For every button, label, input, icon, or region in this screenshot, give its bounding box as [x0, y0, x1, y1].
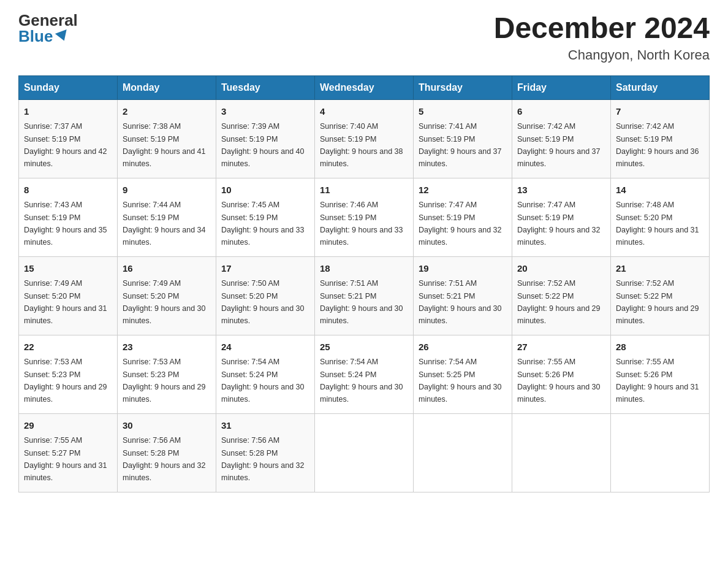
table-row: 20 Sunrise: 7:52 AMSunset: 5:22 PMDaylig…: [512, 256, 611, 335]
day-number: 13: [517, 183, 605, 197]
day-number: 21: [616, 262, 704, 276]
day-info: Sunrise: 7:38 AMSunset: 5:19 PMDaylight:…: [123, 122, 206, 168]
day-info: Sunrise: 7:52 AMSunset: 5:22 PMDaylight:…: [616, 279, 699, 325]
day-number: 17: [221, 262, 309, 276]
table-row: 13 Sunrise: 7:47 AMSunset: 5:19 PMDaylig…: [512, 178, 611, 256]
day-number: 31: [221, 419, 309, 433]
day-number: 9: [123, 183, 211, 197]
calendar-table: Sunday Monday Tuesday Wednesday Thursday…: [18, 75, 710, 492]
day-number: 24: [221, 340, 309, 354]
logo: General Blue: [18, 12, 78, 44]
day-number: 15: [24, 262, 112, 276]
table-row: 29 Sunrise: 7:55 AMSunset: 5:27 PMDaylig…: [19, 413, 118, 492]
day-number: 5: [419, 105, 507, 119]
day-info: Sunrise: 7:55 AMSunset: 5:26 PMDaylight:…: [517, 358, 601, 404]
day-info: Sunrise: 7:48 AMSunset: 5:20 PMDaylight:…: [616, 201, 699, 247]
day-info: Sunrise: 7:46 AMSunset: 5:19 PMDaylight:…: [320, 201, 403, 247]
calendar-week-row: 29 Sunrise: 7:55 AMSunset: 5:27 PMDaylig…: [19, 413, 710, 492]
day-info: Sunrise: 7:39 AMSunset: 5:19 PMDaylight:…: [221, 122, 305, 168]
day-number: 22: [24, 340, 112, 354]
day-info: Sunrise: 7:42 AMSunset: 5:19 PMDaylight:…: [517, 122, 601, 168]
day-number: 6: [517, 105, 605, 119]
header-tuesday: Tuesday: [216, 75, 315, 99]
day-number: 29: [24, 419, 112, 433]
logo-blue-text: Blue: [18, 28, 69, 44]
day-info: Sunrise: 7:40 AMSunset: 5:19 PMDaylight:…: [320, 122, 403, 168]
logo-general-text: General: [18, 12, 78, 28]
table-row: 11 Sunrise: 7:46 AMSunset: 5:19 PMDaylig…: [315, 178, 414, 256]
header-saturday: Saturday: [611, 75, 710, 99]
day-number: 28: [616, 340, 704, 354]
table-row: 2 Sunrise: 7:38 AMSunset: 5:19 PMDayligh…: [118, 99, 216, 178]
table-row: 17 Sunrise: 7:50 AMSunset: 5:20 PMDaylig…: [216, 256, 315, 335]
table-row: 7 Sunrise: 7:42 AMSunset: 5:19 PMDayligh…: [611, 99, 710, 178]
day-info: Sunrise: 7:41 AMSunset: 5:19 PMDaylight:…: [419, 122, 502, 168]
table-row: 26 Sunrise: 7:54 AMSunset: 5:25 PMDaylig…: [414, 335, 512, 413]
day-info: Sunrise: 7:52 AMSunset: 5:22 PMDaylight:…: [517, 279, 601, 325]
day-info: Sunrise: 7:47 AMSunset: 5:19 PMDaylight:…: [517, 201, 601, 247]
logo-triangle-icon: [55, 29, 70, 43]
day-number: 14: [616, 183, 704, 197]
day-info: Sunrise: 7:49 AMSunset: 5:20 PMDaylight:…: [24, 279, 107, 325]
header-monday: Monday: [118, 75, 216, 99]
table-row: [315, 413, 414, 492]
day-info: Sunrise: 7:55 AMSunset: 5:27 PMDaylight:…: [24, 436, 107, 482]
table-row: 30 Sunrise: 7:56 AMSunset: 5:28 PMDaylig…: [118, 413, 216, 492]
day-number: 11: [320, 183, 408, 197]
table-row: 24 Sunrise: 7:54 AMSunset: 5:24 PMDaylig…: [216, 335, 315, 413]
table-row: 14 Sunrise: 7:48 AMSunset: 5:20 PMDaylig…: [611, 178, 710, 256]
day-number: 23: [123, 340, 211, 354]
table-row: 23 Sunrise: 7:53 AMSunset: 5:23 PMDaylig…: [118, 335, 216, 413]
day-number: 18: [320, 262, 408, 276]
day-info: Sunrise: 7:50 AMSunset: 5:20 PMDaylight:…: [221, 279, 305, 325]
table-row: 25 Sunrise: 7:54 AMSunset: 5:24 PMDaylig…: [315, 335, 414, 413]
day-info: Sunrise: 7:53 AMSunset: 5:23 PMDaylight:…: [123, 358, 206, 404]
table-row: 9 Sunrise: 7:44 AMSunset: 5:19 PMDayligh…: [118, 178, 216, 256]
table-row: 10 Sunrise: 7:45 AMSunset: 5:19 PMDaylig…: [216, 178, 315, 256]
table-row: 6 Sunrise: 7:42 AMSunset: 5:19 PMDayligh…: [512, 99, 611, 178]
header-sunday: Sunday: [19, 75, 118, 99]
day-number: 7: [616, 105, 704, 119]
table-row: [512, 413, 611, 492]
day-info: Sunrise: 7:47 AMSunset: 5:19 PMDaylight:…: [419, 201, 502, 247]
day-number: 10: [221, 183, 309, 197]
day-info: Sunrise: 7:43 AMSunset: 5:19 PMDaylight:…: [24, 201, 107, 247]
calendar-week-row: 8 Sunrise: 7:43 AMSunset: 5:19 PMDayligh…: [19, 178, 710, 256]
location-subtitle: Changyon, North Korea: [494, 47, 710, 63]
day-number: 12: [419, 183, 507, 197]
table-row: 3 Sunrise: 7:39 AMSunset: 5:19 PMDayligh…: [216, 99, 315, 178]
table-row: 21 Sunrise: 7:52 AMSunset: 5:22 PMDaylig…: [611, 256, 710, 335]
day-info: Sunrise: 7:54 AMSunset: 5:25 PMDaylight:…: [419, 358, 502, 404]
day-info: Sunrise: 7:53 AMSunset: 5:23 PMDaylight:…: [24, 358, 107, 404]
calendar-week-row: 22 Sunrise: 7:53 AMSunset: 5:23 PMDaylig…: [19, 335, 710, 413]
header-friday: Friday: [512, 75, 611, 99]
table-row: 5 Sunrise: 7:41 AMSunset: 5:19 PMDayligh…: [414, 99, 512, 178]
weekday-header-row: Sunday Monday Tuesday Wednesday Thursday…: [19, 75, 710, 99]
title-block: December 2024 Changyon, North Korea: [494, 12, 710, 63]
day-number: 26: [419, 340, 507, 354]
table-row: 4 Sunrise: 7:40 AMSunset: 5:19 PMDayligh…: [315, 99, 414, 178]
day-number: 3: [221, 105, 309, 119]
day-info: Sunrise: 7:49 AMSunset: 5:20 PMDaylight:…: [123, 279, 206, 325]
table-row: 16 Sunrise: 7:49 AMSunset: 5:20 PMDaylig…: [118, 256, 216, 335]
day-number: 1: [24, 105, 112, 119]
header-thursday: Thursday: [414, 75, 512, 99]
day-info: Sunrise: 7:44 AMSunset: 5:19 PMDaylight:…: [123, 201, 206, 247]
day-info: Sunrise: 7:51 AMSunset: 5:21 PMDaylight:…: [320, 279, 403, 325]
day-number: 27: [517, 340, 605, 354]
day-number: 2: [123, 105, 211, 119]
page-header: General Blue December 2024 Changyon, Nor…: [18, 12, 710, 63]
day-info: Sunrise: 7:37 AMSunset: 5:19 PMDaylight:…: [24, 122, 107, 168]
table-row: 1 Sunrise: 7:37 AMSunset: 5:19 PMDayligh…: [19, 99, 118, 178]
table-row: 8 Sunrise: 7:43 AMSunset: 5:19 PMDayligh…: [19, 178, 118, 256]
table-row: 18 Sunrise: 7:51 AMSunset: 5:21 PMDaylig…: [315, 256, 414, 335]
day-number: 4: [320, 105, 408, 119]
day-info: Sunrise: 7:54 AMSunset: 5:24 PMDaylight:…: [221, 358, 305, 404]
day-info: Sunrise: 7:56 AMSunset: 5:28 PMDaylight:…: [123, 436, 206, 482]
calendar-week-row: 1 Sunrise: 7:37 AMSunset: 5:19 PMDayligh…: [19, 99, 710, 178]
table-row: 12 Sunrise: 7:47 AMSunset: 5:19 PMDaylig…: [414, 178, 512, 256]
table-row: [611, 413, 710, 492]
table-row: 15 Sunrise: 7:49 AMSunset: 5:20 PMDaylig…: [19, 256, 118, 335]
table-row: 28 Sunrise: 7:55 AMSunset: 5:26 PMDaylig…: [611, 335, 710, 413]
day-number: 30: [123, 419, 211, 433]
